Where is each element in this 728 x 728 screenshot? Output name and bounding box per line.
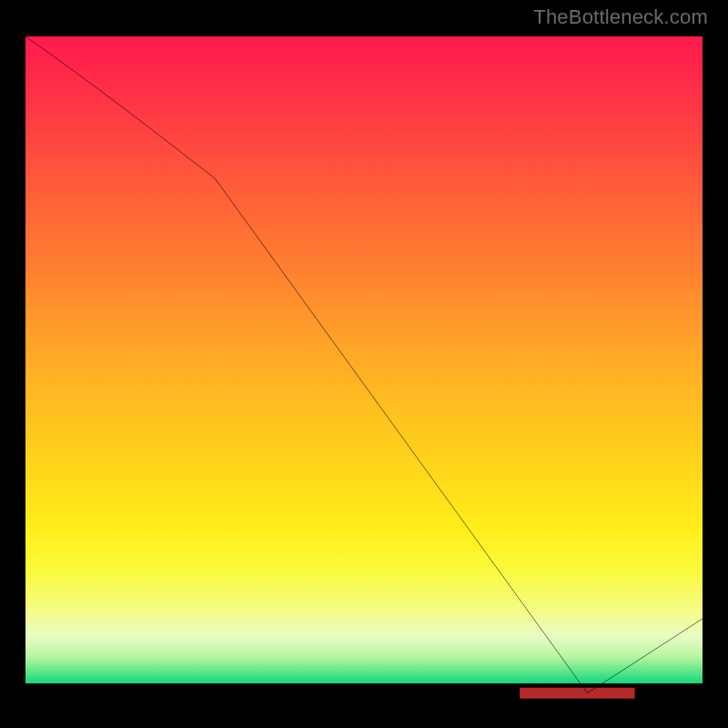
bottleneck-curve xyxy=(25,36,703,693)
page-root: TheBottleneck.com xyxy=(0,0,728,728)
chart-svg xyxy=(25,36,703,708)
optimal-band-marker xyxy=(520,688,634,699)
watermark-text: TheBottleneck.com xyxy=(533,5,708,29)
chart-frame xyxy=(20,31,708,708)
